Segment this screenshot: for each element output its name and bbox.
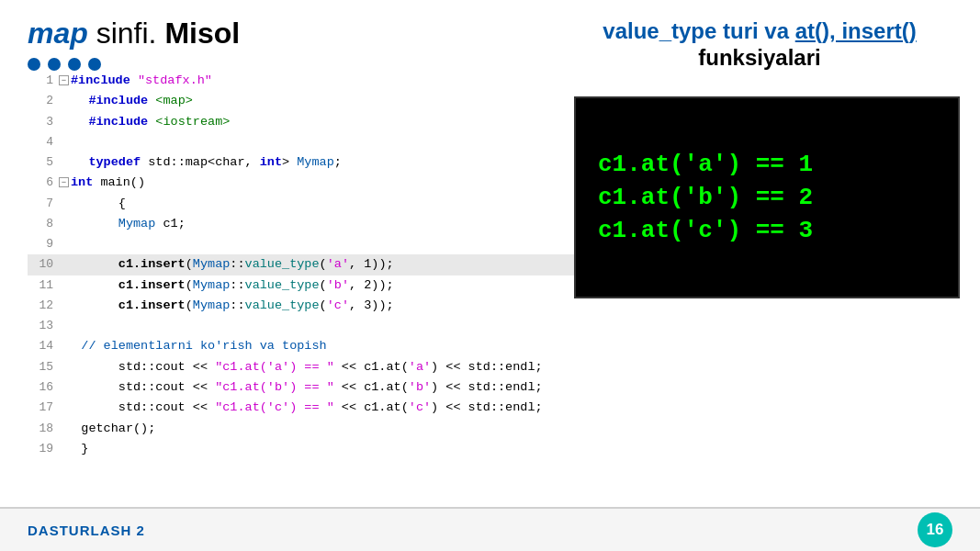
code-content-2: #include <map>: [59, 91, 588, 111]
code-content-17: std::cout << "c1.at('c') == " << c1.at('…: [59, 398, 588, 418]
code-content-9: [59, 234, 588, 254]
line-num-17: 17: [28, 398, 53, 417]
line-num-10: 10: [28, 254, 53, 274]
code-content-10: c1.insert(Mymap::value_type('a', 1));: [59, 254, 588, 275]
code-content-13: [59, 316, 588, 336]
code-line-1: 1 −#include "stdafx.h": [28, 71, 588, 91]
code-line-2: 2 #include <map>: [28, 91, 588, 111]
code-line-4: 4: [28, 132, 588, 152]
code-line-14: 14 // elementlarni ko'rish va topish: [28, 336, 588, 356]
code-content-5: typedef std::map<char, int> Mymap;: [59, 152, 588, 173]
line-num-6: 6: [28, 173, 53, 192]
code-content-18: getchar();: [59, 419, 588, 439]
code-content-15: std::cout << "c1.at('a') == " << c1.at('…: [59, 357, 588, 377]
line-num-15: 15: [28, 357, 53, 377]
line-num-19: 19: [28, 439, 53, 458]
line-num-13: 13: [28, 316, 53, 335]
code-content-6: −int main(): [59, 173, 588, 193]
at-insert-text: at(), insert(): [795, 18, 917, 43]
code-content-12: c1.insert(Mymap::value_type('c', 3));: [59, 296, 588, 316]
collapse-1[interactable]: −: [59, 75, 69, 85]
dot-4: [88, 58, 101, 71]
line-num-7: 7: [28, 194, 53, 213]
dot-1: [28, 58, 40, 71]
terminal-line-1: c1.at('a') == 1: [598, 151, 936, 178]
terminal-line-2: c1.at('b') == 2: [598, 184, 936, 211]
code-panel: 1 −#include "stdafx.h" 2 #include <map> …: [0, 71, 588, 459]
line-num-3: 3: [28, 112, 53, 131]
right-title-line2: funksiyalari: [567, 45, 952, 71]
code-line-7: 7 {: [28, 194, 588, 214]
code-line-13: 13: [28, 316, 588, 336]
line-num-12: 12: [28, 296, 53, 315]
line-num-8: 8: [28, 214, 53, 233]
code-line-10: 10 c1.insert(Mymap::value_type('a', 1));: [28, 254, 588, 275]
page-number: 16: [918, 512, 952, 547]
code-line-19: 19 }: [28, 439, 588, 459]
code-line-9: 9: [28, 234, 588, 254]
line-num-4: 4: [28, 132, 53, 152]
footer: DASTURLASH 2 16: [0, 507, 980, 551]
code-content-14: // elementlarni ko'rish va topish: [59, 336, 588, 356]
collapse-6[interactable]: −: [59, 177, 69, 187]
line-num-18: 18: [28, 419, 53, 438]
code-content-7: {: [59, 194, 588, 214]
code-line-11: 11 c1.insert(Mymap::value_type('b', 2));: [28, 276, 588, 296]
title-sinfi: sinfi.: [88, 17, 157, 50]
line-num-16: 16: [28, 377, 53, 397]
code-line-6: 6 −int main(): [28, 173, 588, 193]
code-line-8: 8 Mymap c1;: [28, 214, 588, 234]
code-content-3: #include <iostream>: [59, 112, 588, 132]
right-header: value_type turi va at(), insert() funksi…: [567, 17, 952, 71]
terminal-panel: c1.at('a') == 1 c1.at('b') == 2 c1.at('c…: [574, 96, 960, 298]
code-line-17: 17 std::cout << "c1.at('c') == " << c1.a…: [28, 398, 588, 418]
value-type-text: value_type: [603, 18, 716, 43]
code-line-18: 18 getchar();: [28, 419, 588, 439]
right-title-line1: value_type turi va at(), insert(): [567, 17, 952, 45]
line-num-1: 1: [28, 71, 53, 90]
line-num-9: 9: [28, 234, 53, 253]
title-misol: Misol: [156, 17, 240, 50]
footer-label: DASTURLASH 2: [28, 523, 145, 538]
code-line-16: 16 std::cout << "c1.at('b') == " << c1.a…: [28, 377, 588, 398]
code-content-19: }: [59, 439, 588, 459]
code-content-8: Mymap c1;: [59, 214, 588, 234]
terminal-line-3: c1.at('c') == 3: [598, 217, 936, 244]
code-line-3: 3 #include <iostream>: [28, 112, 588, 132]
code-line-5: 5 typedef std::map<char, int> Mymap;: [28, 152, 588, 173]
code-content-16: std::cout << "c1.at('b') == " << c1.at('…: [59, 377, 588, 398]
page-title: map sinfi. Misol: [28, 17, 240, 51]
code-content-4: [59, 132, 588, 152]
line-num-5: 5: [28, 152, 53, 172]
dot-3: [68, 58, 81, 71]
line-num-2: 2: [28, 91, 53, 110]
code-content-11: c1.insert(Mymap::value_type('b', 2));: [59, 276, 588, 296]
title-map: map: [28, 17, 88, 50]
line-num-11: 11: [28, 276, 53, 295]
dot-2: [48, 58, 61, 71]
code-line-15: 15 std::cout << "c1.at('a') == " << c1.a…: [28, 357, 588, 377]
code-content-1: −#include "stdafx.h": [59, 71, 588, 91]
code-line-12: 12 c1.insert(Mymap::value_type('c', 3));: [28, 296, 588, 316]
line-num-14: 14: [28, 336, 53, 355]
